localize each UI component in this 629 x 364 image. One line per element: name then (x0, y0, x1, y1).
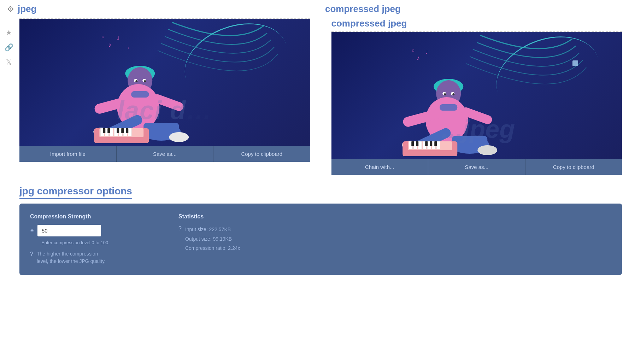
stats-help-row: ? Input size: 222.57KB Output size: 99.1… (178, 225, 611, 253)
svg-point-39 (436, 80, 461, 107)
panels-row: ♪ ♩ ♫ ♪ (19, 18, 622, 175)
sidebar: ★ 🔗 𝕏 (4, 28, 14, 66)
star-icon[interactable]: ★ (4, 28, 14, 37)
right-panel-title-top: compressed jpeg (325, 4, 401, 14)
right-copy-button[interactable]: Copy to clipboard (525, 159, 622, 175)
svg-rect-32 (121, 128, 124, 133)
right-panel-title: compressed jpeg (331, 18, 407, 29)
gear-icon[interactable]: ⚙ (7, 5, 14, 14)
left-copy-button[interactable]: Copy to clipboard (213, 146, 310, 162)
svg-rect-60 (432, 141, 435, 149)
svg-rect-65 (430, 141, 432, 146)
output-size: Output size: 99.19KB (185, 236, 232, 242)
svg-point-9 (135, 80, 137, 82)
svg-rect-61 (436, 141, 440, 149)
left-image-placeholder: ♪ ♩ ♫ ♪ (19, 19, 310, 146)
left-panel-title: jpeg (18, 4, 36, 14)
svg-rect-24 (110, 128, 113, 136)
svg-point-8 (142, 79, 146, 82)
svg-point-15 (142, 123, 181, 141)
help-icon-compression: ? (30, 251, 33, 257)
svg-text:♩: ♩ (117, 35, 119, 41)
compression-help-text: The higher the compressionlevel, the low… (37, 250, 106, 265)
top-bar: ⚙ jpeg (0, 0, 629, 18)
svg-point-42 (444, 93, 446, 95)
import-button[interactable]: Import from file (19, 146, 117, 162)
svg-rect-62 (411, 141, 414, 146)
options-panel: Compression Strength ❝ Enter compression… (19, 204, 622, 275)
svg-rect-47 (460, 106, 493, 125)
top-bar-left: ⚙ jpeg (7, 4, 36, 14)
help-icon-stats: ? (178, 225, 182, 232)
svg-rect-16 (143, 123, 179, 137)
svg-rect-20 (94, 128, 149, 143)
options-section: jpg compressor options Compression Stren… (19, 186, 622, 275)
svg-point-4 (125, 66, 155, 81)
main-content: ♪ ♩ ♫ ♪ (0, 18, 629, 282)
svg-rect-33 (126, 128, 128, 133)
svg-rect-54 (408, 141, 452, 150)
quote-icon: ❝ (30, 228, 34, 236)
svg-point-43 (452, 93, 454, 95)
svg-point-51 (477, 145, 497, 155)
svg-rect-63 (416, 141, 418, 146)
left-image-panel: ♪ ♩ ♫ ♪ (19, 18, 310, 175)
svg-text:♪: ♪ (128, 46, 129, 49)
svg-rect-22 (100, 128, 104, 136)
compression-input-row: ❝ (30, 225, 150, 236)
left-save-button[interactable]: Save as... (117, 146, 214, 162)
left-image-container: ♪ ♩ ♫ ♪ (19, 19, 310, 146)
chain-button[interactable]: Chain with... (331, 159, 429, 175)
twitter-icon[interactable]: 𝕏 (4, 58, 14, 66)
right-save-button[interactable]: Save as... (428, 159, 525, 175)
svg-rect-26 (119, 128, 122, 136)
svg-rect-38 (436, 85, 461, 92)
left-panel-buttons: Import from file Save as... Copy to clip… (19, 146, 310, 162)
svg-rect-28 (128, 128, 131, 136)
svg-rect-30 (107, 128, 110, 133)
svg-rect-23 (105, 128, 108, 136)
link-icon[interactable]: 🔗 (4, 43, 14, 52)
svg-rect-58 (423, 141, 426, 149)
svg-rect-56 (413, 141, 417, 149)
svg-rect-59 (427, 141, 431, 149)
svg-rect-31 (117, 128, 119, 133)
svg-text:♫: ♫ (101, 34, 104, 39)
svg-point-10 (144, 80, 146, 82)
svg-rect-45 (440, 104, 457, 111)
svg-rect-64 (425, 141, 428, 146)
svg-rect-25 (114, 128, 118, 136)
options-title: jpg compressor options (19, 186, 132, 199)
input-size: Input size: 222.57KB (185, 227, 231, 232)
svg-rect-5 (128, 72, 152, 79)
svg-rect-55 (409, 141, 412, 149)
svg-point-48 (450, 136, 489, 154)
statistics-section: Statistics ? Input size: 222.57KB Output… (178, 213, 611, 265)
svg-text:...jpeg: ...jpeg (441, 115, 515, 143)
svg-point-40 (442, 92, 446, 95)
svg-point-37 (434, 79, 463, 94)
svg-text:♫: ♫ (411, 48, 415, 53)
svg-rect-21 (99, 128, 143, 137)
svg-rect-27 (123, 128, 127, 136)
stats-text: Input size: 222.57KB Output size: 99.19K… (185, 225, 240, 253)
compression-help-row: ? The higher the compressionlevel, the l… (30, 250, 150, 265)
svg-rect-53 (402, 141, 457, 156)
statistics-label: Statistics (178, 213, 611, 220)
svg-rect-66 (434, 141, 437, 146)
right-image-placeholder: ♪ ♩ ♫ (331, 32, 622, 159)
svg-point-6 (128, 67, 152, 94)
svg-point-18 (169, 132, 189, 142)
options-title-wrapper: jpg compressor options (19, 186, 622, 204)
svg-rect-57 (418, 141, 422, 149)
compression-input[interactable] (37, 225, 101, 236)
right-panel-buttons: Chain with... Save as... Copy to clipboa… (331, 159, 622, 175)
svg-point-41 (451, 92, 454, 95)
left-watermark: laci d… (117, 96, 212, 125)
svg-point-19 (93, 128, 109, 136)
svg-point-44 (425, 97, 468, 143)
svg-text:♪: ♪ (108, 41, 111, 48)
svg-point-52 (402, 141, 417, 149)
svg-rect-49 (452, 136, 487, 150)
svg-point-7 (134, 79, 137, 82)
